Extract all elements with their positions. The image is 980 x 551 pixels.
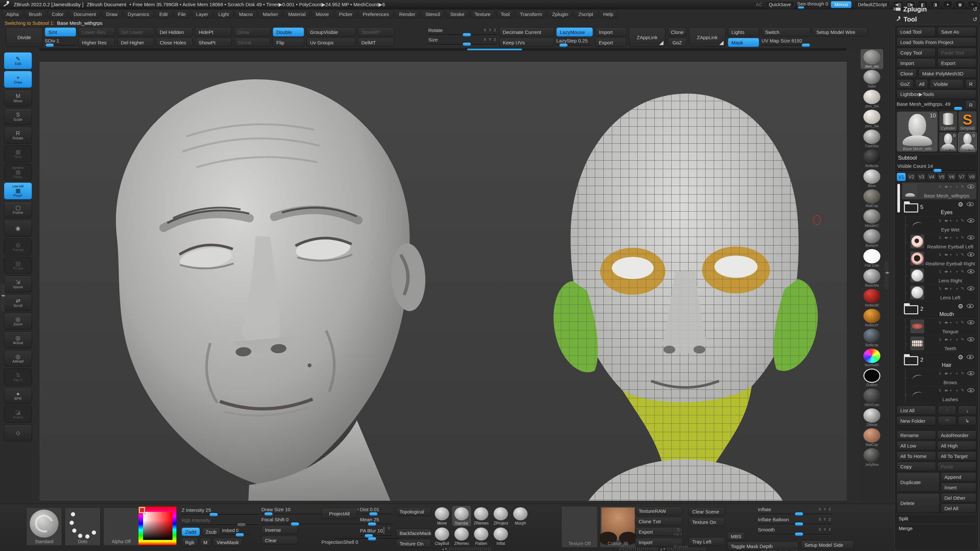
subtool-row[interactable]: ↴ ●● ◐ ◑ ✎ ⚙ Brows: [909, 369, 977, 386]
shelf-button[interactable]: ◎ Actual: [4, 331, 32, 348]
all-high-button[interactable]: All High: [937, 441, 977, 450]
menu-item[interactable]: Zplugin: [548, 10, 572, 18]
current-tool-thumbnail[interactable]: 10 Base Mesh_with: [897, 111, 938, 152]
material-swatch[interactable]: zbro_Ski: [861, 89, 883, 108]
texture-on-2-button[interactable]: Texture On: [689, 518, 725, 526]
current-texture-thumbnail[interactable]: Colour_8k: [600, 506, 636, 548]
del-lower-button[interactable]: Del Lower: [117, 27, 154, 37]
switch-button[interactable]: Switch: [762, 27, 810, 37]
material-swatch[interactable]: FastSha: [861, 129, 883, 148]
current-color-swatch[interactable]: [139, 507, 145, 513]
visibility-tab[interactable]: V1: [897, 173, 906, 181]
mbs-button[interactable]: MBS: [727, 532, 745, 541]
subtool-row[interactable]: 2 ↴ ●● ◐ ◑ ✎ ⚙ Hair: [902, 352, 977, 369]
material-swatch[interactable]: NormalR: [861, 348, 883, 367]
z-intensity-slider[interactable]: Z Intensity 25: [181, 507, 259, 515]
import-button[interactable]: Import: [595, 27, 627, 37]
brush-tray-item[interactable]: Inflat: [492, 527, 510, 546]
menu-item[interactable]: Transform: [515, 10, 546, 18]
boolean-subtract-icon[interactable]: ◐: [950, 388, 952, 393]
polypaint-brush-icon[interactable]: ✎: [961, 286, 964, 291]
m-button[interactable]: M: [200, 538, 212, 546]
boolean-subtract-icon[interactable]: ◐: [950, 184, 952, 189]
shelf-button[interactable]: ⇄ Scroll: [4, 294, 32, 311]
smooth-slider[interactable]: SmoothX Y Z: [758, 527, 832, 535]
polypaint-brush-icon[interactable]: ✎: [961, 269, 964, 274]
subtool-thumbnail[interactable]: [904, 203, 918, 213]
divide-button[interactable]: Divide: [6, 27, 43, 47]
left-tray-splitter[interactable]: ◀▶: [1, 284, 5, 312]
brush-tray-item[interactable]: ZRemes: [473, 507, 490, 526]
subtool-thumbnail[interactable]: [910, 387, 924, 401]
polypaint-brush-icon[interactable]: ✎: [961, 337, 964, 342]
del-hidden-button[interactable]: Del Hidden: [156, 27, 193, 37]
visibility-eye-icon[interactable]: [967, 371, 974, 375]
boolean-subtract-icon[interactable]: ◐: [950, 218, 952, 223]
material-swatch[interactable]: MatCap: [861, 428, 883, 447]
subtool-thumbnail[interactable]: [910, 252, 924, 265]
material-swatch[interactable]: Blinn: [861, 169, 883, 188]
clear-button[interactable]: Clear: [261, 536, 298, 545]
polypaint-brush-icon[interactable]: ✎: [961, 184, 964, 189]
zapplink-2-button[interactable]: ZAppLink: [689, 27, 725, 47]
goz-r-button[interactable]: R: [965, 79, 977, 89]
menus-toggle-button[interactable]: Menus: [831, 1, 852, 8]
zplugin-restore-icon[interactable]: ↺: [973, 6, 977, 13]
boolean-subtract-icon[interactable]: ◐: [950, 320, 952, 325]
menu-item[interactable]: Color: [48, 10, 68, 18]
append-button[interactable]: Append: [941, 472, 977, 481]
new-folder-button[interactable]: New Folder: [897, 416, 936, 426]
menu-item[interactable]: Marker: [258, 10, 282, 18]
bottom-canvas-divider[interactable]: ▲▼: [619, 548, 706, 550]
shelf-button[interactable]: ◎ Zoom: [4, 313, 32, 330]
shelf-button[interactable]: ◉: [4, 220, 32, 237]
boolean-subtract-icon[interactable]: ◐: [950, 286, 952, 291]
autoreorder-button[interactable]: AutoReorder: [937, 430, 977, 440]
sculpted-head-model[interactable]: [43, 62, 500, 501]
visibility-eye-icon[interactable]: [967, 286, 974, 291]
delete-button[interactable]: Delete: [897, 493, 940, 513]
save-as-button[interactable]: Save As: [937, 27, 977, 36]
rgb-button[interactable]: Rgb: [181, 538, 198, 546]
projectall-button[interactable]: ProjectAll: [321, 508, 357, 519]
del-all-button[interactable]: Del All: [941, 504, 977, 513]
rgb-intensity-slider[interactable]: Rgb Intensity: [181, 518, 259, 526]
recent-tool-thumbnail[interactable]: 0 Base Me: [958, 132, 977, 152]
boolean-add-icon[interactable]: ●●: [944, 320, 947, 325]
subtool-thumbnail[interactable]: [904, 305, 918, 314]
pa-blur-slider[interactable]: PA Blur 10X Y Z: [360, 527, 393, 537]
visibility-tab[interactable]: V2: [907, 173, 916, 181]
subtool-row[interactable]: ↴ ●● ◐ ◑ ✎ ⚙ Lens Left: [909, 284, 977, 301]
subtool-row[interactable]: ↴ ●● ◐ ◑ ✎ ⚙ Realtime Eyeball Left: [909, 233, 977, 250]
setup-model-wire-button[interactable]: Setup Model Wire: [813, 27, 868, 37]
subtool-select-arrow-icon[interactable]: ↴: [938, 235, 942, 240]
shelf-button[interactable]: ◪ Invers: [4, 406, 32, 423]
color-picker[interactable]: [138, 507, 177, 545]
visibility-tab[interactable]: V3: [917, 173, 926, 181]
stroke-type-thumbnail[interactable]: Dots: [65, 507, 100, 546]
subtool-select-arrow-icon[interactable]: ↴: [938, 269, 942, 274]
visibility-tab[interactable]: V4: [927, 173, 936, 181]
brush-tray-item[interactable]: ZRemes: [453, 527, 470, 546]
del-higher-button[interactable]: Del Higher: [117, 38, 154, 47]
subtool-row[interactable]: 2 ↴ ●● ◐ ◑ ✎ ⚙ Mouth: [902, 301, 977, 318]
move-up-button[interactable]: ↑: [938, 406, 956, 415]
visibility-tab[interactable]: V8: [967, 173, 977, 181]
close-holes-button[interactable]: Close Holes: [156, 38, 193, 47]
boolean-intersect-icon[interactable]: ◑: [955, 269, 958, 274]
texture-on-button[interactable]: Texture On: [396, 539, 431, 548]
boolean-add-icon[interactable]: ●●: [944, 337, 947, 342]
shelf-button[interactable]: ▦ Floor: [4, 145, 32, 162]
shelf-button[interactable]: Line Fill ▦ PolyF: [4, 183, 32, 199]
copy-tool-button[interactable]: Copy Tool: [897, 48, 935, 57]
material-swatch[interactable]: MatCap: [861, 189, 883, 208]
subtool-select-arrow-icon[interactable]: ↴: [938, 218, 942, 223]
subtool-select-arrow-icon[interactable]: ↴: [938, 320, 942, 325]
shelf-button[interactable]: ◇: [4, 424, 32, 441]
load-tools-from-project-button[interactable]: Load Tools From Project: [897, 38, 977, 47]
inverse-button[interactable]: Inverse: [261, 526, 298, 534]
cylinder-tool-thumbnail[interactable]: Cylinder: [939, 111, 957, 131]
boolean-intersect-icon[interactable]: ◑: [955, 218, 958, 223]
viewmask-button[interactable]: ViewMask: [213, 538, 242, 546]
subtool-row[interactable]: ↴ ●● ◐ ◑ ✎ ⚙ Lens Right: [909, 267, 977, 284]
